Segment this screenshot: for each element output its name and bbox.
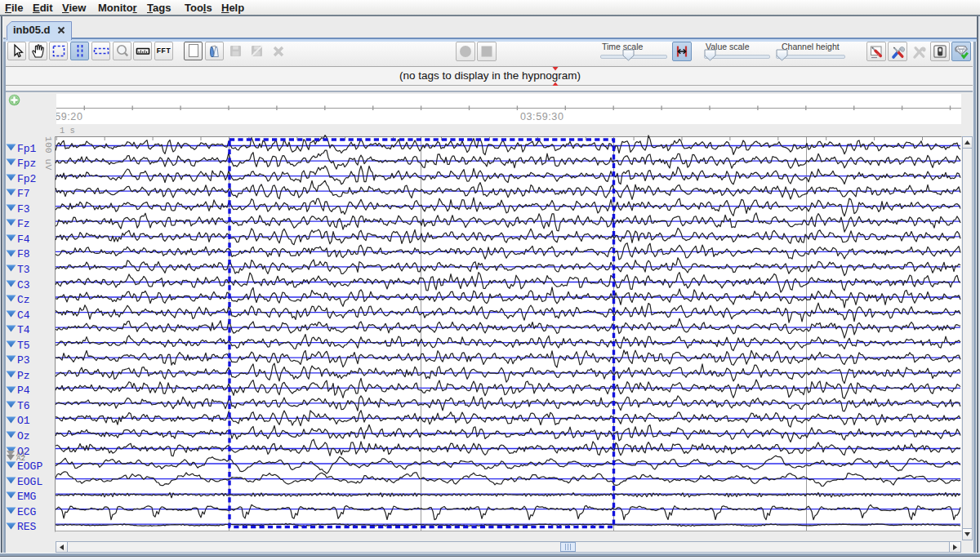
- svg-text:A2: A2: [16, 455, 25, 461]
